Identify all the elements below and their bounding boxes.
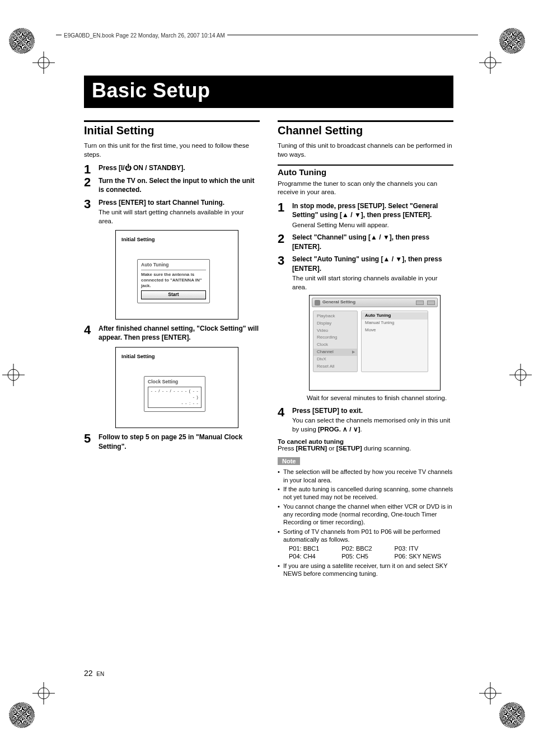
step-body: You can select the channels memorised on… <box>292 416 453 434</box>
titlebar-chip-icon <box>416 300 424 305</box>
osd-general-setting: General Setting Playback Display Video R… <box>309 295 441 391</box>
osd-menu-item: Video <box>313 327 357 335</box>
step-number: 4 <box>84 322 91 339</box>
osd-window-title: Initial Setting <box>121 236 232 243</box>
cancel-heading: To cancel auto tuning <box>278 438 453 445</box>
osd-option: Move <box>362 327 428 334</box>
text-bold: [SETUP] <box>336 445 362 452</box>
osd-menu-item: DivX <box>313 356 357 363</box>
notes-list: The selection will be affected by how yo… <box>278 468 453 577</box>
intro-text: Tuning of this unit to broadcast channel… <box>278 142 453 159</box>
osd-clock-value: - - / - - / - - - - ( - - - ) - - : - - <box>148 387 202 408</box>
note-text: Sorting of TV channels from P01 to P06 w… <box>283 528 440 543</box>
step-number: 4 <box>278 404 284 421</box>
step-4: 4 After finished channel setting, "Clock… <box>84 324 260 429</box>
crop-mark-icon <box>32 682 55 705</box>
section-rule <box>278 120 453 122</box>
crop-mark-icon <box>479 51 502 74</box>
osd-menu-item: Clock <box>313 341 357 349</box>
osd-text: Make sure the antenna is <box>141 272 194 277</box>
step-2: 2 Turn the TV on. Select the input to wh… <box>84 176 260 195</box>
step-body: The unit will start storing channels ava… <box>292 274 453 292</box>
osd-initial-setting-tuning: Initial Setting Auto Tuning Make sure th… <box>115 230 238 320</box>
step-head: Press [ENTER] to start Channel Tuning. <box>99 199 224 206</box>
step-number: 2 <box>84 174 91 191</box>
wait-note: Wait for several minutes to finish chann… <box>307 394 453 403</box>
step-head: Select "Channel" using [▲ / ▼], then pre… <box>292 233 429 251</box>
divider <box>141 270 206 270</box>
step-text-bold: [PROG. ∧ / ∨] <box>318 426 360 433</box>
osd-menu-item-selected: Channel <box>313 349 357 356</box>
table-cell: P06: SKY NEWS <box>395 552 453 560</box>
osd-title-text: General Setting <box>322 299 355 306</box>
step-2: 2 Select "Channel" using [▲ / ▼], then p… <box>278 233 453 251</box>
table-cell: P03: ITV <box>395 544 453 552</box>
table-cell: P05: CH5 <box>341 552 384 560</box>
right-column: Channel Setting Tuning of this unit to b… <box>278 120 453 579</box>
step-head: Turn the TV on. Select the input to whic… <box>99 177 254 194</box>
osd-clock-date: - - / - - / - - - - ( - - - ) <box>151 388 199 401</box>
step-text: You can select the channels memorised on… <box>292 417 450 433</box>
crop-mark-icon <box>2 364 25 386</box>
step-number: 3 <box>278 252 284 269</box>
osd-initial-setting-clock: Initial Setting Clock Setting - - / - - … <box>115 347 238 429</box>
text: or <box>327 445 336 452</box>
step-number: 1 <box>278 199 284 216</box>
step-1: 1 Press [I/⏻ ON / STANDBY]. <box>84 163 260 173</box>
channel-sort-table: P01: BBC1 P02: BBC2 P03: ITV P04: CH4 P0… <box>289 544 453 561</box>
osd-clock-time: - - : - - <box>151 401 199 407</box>
power-icon: I/⏻ <box>121 164 132 172</box>
osd-titlebar: General Setting <box>312 298 438 307</box>
osd-menu-item: Playback <box>313 313 357 320</box>
osd-menu-item: Display <box>313 320 357 327</box>
page-title: Basic Setup <box>84 76 453 108</box>
text: during scanning. <box>362 445 411 452</box>
step-5: 5 Follow to step 5 on page 25 in "Manual… <box>84 433 260 451</box>
step-head: Select "Auto Tuning" using [▲ / ▼], then… <box>292 255 442 273</box>
titlebar-chip-icon <box>427 300 435 305</box>
step-body: General Setting Menu will appear. <box>292 221 453 230</box>
table-cell: P01: BBC1 <box>289 544 331 552</box>
step-3: 3 Press [ENTER] to start Channel Tuning.… <box>84 198 260 320</box>
crop-mark-icon <box>509 364 532 386</box>
step-body: The unit will start getting channels ava… <box>99 208 260 226</box>
osd-menu-item: Reset All <box>313 363 357 370</box>
osd-window-title: Initial Setting <box>121 353 232 360</box>
section-heading-initial-setting: Initial Setting <box>84 124 260 137</box>
step-head: After finished channel setting, "Clock S… <box>99 325 259 342</box>
text: Press <box>278 445 296 452</box>
section-rule <box>84 120 260 122</box>
table-cell: P02: BBC2 <box>341 544 384 552</box>
note-item: You cannot change the channel when eithe… <box>278 503 453 527</box>
intro-text: Turn on this unit for the first time, yo… <box>84 142 260 159</box>
step-number: 3 <box>84 196 91 213</box>
note-item: Sorting of TV channels from P01 to P06 w… <box>278 528 453 561</box>
page-body: Basic Setup Initial Setting Turn on this… <box>84 76 453 579</box>
osd-text: connected to "ANTENNA IN" jack. <box>141 278 202 288</box>
table-cell: P04: CH4 <box>289 552 331 560</box>
step-text: Press [ <box>99 164 121 172</box>
step-head: Press [SETUP] to exit. <box>292 407 363 415</box>
step-number: 2 <box>278 231 284 247</box>
page-number-value: 22 <box>84 669 93 678</box>
step-head: In stop mode, press [SETUP]. Select "Gen… <box>292 202 438 219</box>
osd-option-highlighted: Auto Tuning <box>362 312 428 320</box>
note-item: If the auto tuning is cancelled during s… <box>278 485 453 501</box>
note-item: The selection will be affected by how yo… <box>278 468 453 484</box>
osd-start-button: Start <box>141 290 206 299</box>
registration-sunburst <box>499 28 525 54</box>
section-heading-channel-setting: Channel Setting <box>278 124 453 137</box>
registration-sunburst <box>9 702 35 728</box>
subsection-rule <box>278 165 453 166</box>
osd-menu-list: Playback Display Video Recording Clock C… <box>313 311 358 372</box>
osd-panel: Auto Tuning Make sure the antenna is con… <box>137 259 210 303</box>
cancel-body: Press [RETURN] or [SETUP] during scannin… <box>278 445 453 452</box>
crop-mark-icon <box>479 682 502 705</box>
document-header-tag: E9GA0BD_EN.book Page 22 Monday, March 26… <box>62 32 227 39</box>
step-number: 5 <box>84 430 91 447</box>
note-badge: Note <box>278 457 300 465</box>
step-4: 4 Press [SETUP] to exit. You can select … <box>278 406 453 434</box>
step-text: ON / STANDBY]. <box>132 164 185 172</box>
crop-mark-icon <box>32 51 55 74</box>
osd-message: Make sure the antenna is connected to "A… <box>141 272 206 288</box>
